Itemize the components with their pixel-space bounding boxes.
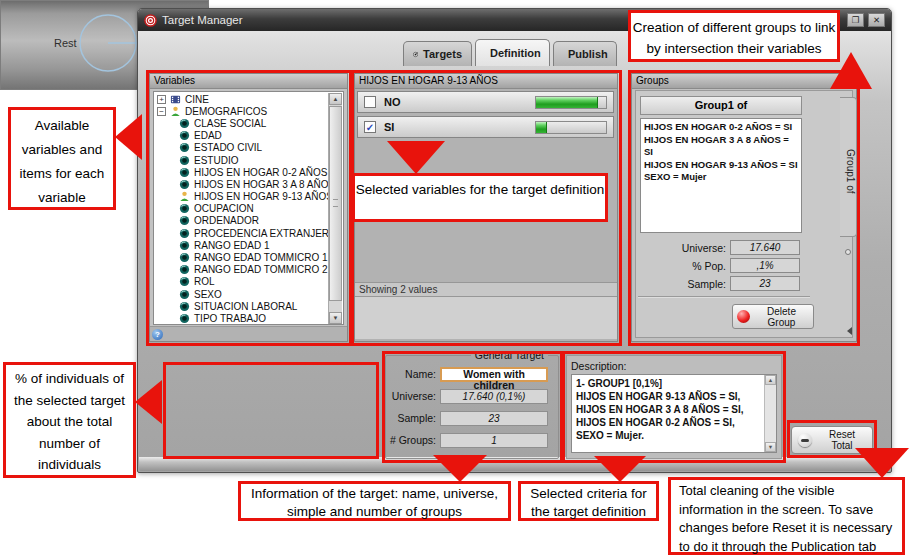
stat-value-field: 17.640 <box>730 240 800 255</box>
callout-target-info: Information of the target: name, univers… <box>238 481 511 521</box>
variable-icon <box>179 203 190 214</box>
tree-item-estado-civil[interactable]: ESTADO CIVIL <box>155 142 328 154</box>
checkbox-si[interactable]: ✓ <box>364 121 376 133</box>
general-target-row-sample: Sample:23 <box>386 410 560 426</box>
callout-variables: Available variables and items for each v… <box>8 107 116 210</box>
criteria-line: HIJOS EN HOGAR 3 A 8 AÑOS = SI <box>644 134 798 159</box>
stat-label: Universe: <box>636 242 730 254</box>
variables-footer: ? <box>150 326 347 341</box>
person-icon <box>179 191 190 202</box>
callout-selected-variables: Selected variables for the target defini… <box>352 173 608 222</box>
tree-item-rango-edad-tommicro-1[interactable]: RANGO EDAD TOMMICRO 1 <box>155 251 328 263</box>
tree-item-label: CINE <box>185 94 209 105</box>
reset-total-button[interactable]: Reset Total <box>791 426 873 454</box>
tree-item-clase-social[interactable]: CLASE SOCIAL <box>155 117 328 129</box>
values-empty-area <box>355 297 617 339</box>
criteria-line: SEXO = Mujer <box>644 171 798 184</box>
expand-toggle-icon[interactable]: + <box>157 95 166 104</box>
description-panel: Description: 1- GROUP1 [0,1%] HIJOS EN H… <box>566 355 782 459</box>
tree-item-label: RANGO EDAD TOMMICRO 1 <box>194 252 328 263</box>
tree-item-rol[interactable]: ROL <box>155 276 328 288</box>
delete-group-button[interactable]: Delete Group <box>732 304 814 329</box>
collapse-panel-icon[interactable] <box>847 327 852 335</box>
stat-label: Sample: <box>636 278 730 290</box>
tab-targets[interactable]: Targets <box>403 41 472 66</box>
maximize-button[interactable]: ❐ <box>847 13 864 27</box>
divider <box>638 296 810 298</box>
field-label: # Groups: <box>386 434 440 446</box>
tree-item-ocupacion[interactable]: OCUPACION <box>155 203 328 215</box>
tree-item-label: RANGO EDAD 1 <box>194 240 270 251</box>
tree-item-demograficos[interactable]: −DEMOGRAFICOS <box>155 105 328 117</box>
scroll-down-icon[interactable]: ▼ <box>765 442 776 452</box>
tab-publish[interactable]: Publish <box>553 41 617 66</box>
tree-item-sexo[interactable]: SEXO <box>155 288 328 300</box>
variable-icon <box>179 215 190 226</box>
group-header-button[interactable]: Group1 of <box>640 96 802 115</box>
scroll-down-icon[interactable]: ▼ <box>329 312 342 324</box>
help-icon[interactable]: ? <box>152 329 163 340</box>
groups-inner: Group1 of HIJOS EN HOGAR 0-2 AÑOS = SIHI… <box>635 90 853 338</box>
stat-label: % Pop. <box>636 260 730 272</box>
annotated-screenshot: Target Manager ❐ ✕ Targets Definition Pu… <box>0 0 911 557</box>
group-stat-sample: Sample:23 <box>636 276 812 291</box>
tree-item-rango-edad-1[interactable]: RANGO EDAD 1 <box>155 239 328 251</box>
tree-item-label: ESTADO CIVIL <box>194 142 262 153</box>
group-stat-pop: % Pop.,1% <box>636 258 812 273</box>
groups-panel: Groups Group1 of HIJOS EN HOGAR 0-2 AÑOS… <box>631 73 857 342</box>
variable-icon <box>179 313 190 324</box>
field-label: Sample: <box>386 412 440 424</box>
group-criteria-list[interactable]: HIJOS EN HOGAR 0-2 AÑOS = SIHIJOS EN HOG… <box>640 118 802 233</box>
value-label: SI <box>384 121 394 133</box>
tree-item-edad[interactable]: EDAD <box>155 130 328 142</box>
collapse-toggle-icon[interactable]: − <box>157 107 166 116</box>
tree-item-ordenador[interactable]: ORDENADOR <box>155 215 328 227</box>
variable-icon <box>179 276 190 287</box>
description-label: Description: <box>571 360 626 372</box>
variable-icon <box>179 118 190 129</box>
field-label: Universe: <box>386 390 440 402</box>
delete-icon <box>737 310 750 323</box>
tree-item-cine[interactable]: +CINE <box>155 93 328 105</box>
group-side-tab[interactable]: Group1 of <box>840 97 857 237</box>
field-label: Name: <box>386 368 440 380</box>
value-label: NO <box>384 96 401 108</box>
tree-item-tipo-trabajo[interactable]: TIPO TRABAJO <box>155 312 328 324</box>
person-icon <box>170 106 181 117</box>
checkbox-no[interactable] <box>364 96 376 108</box>
value-row-no[interactable]: NO <box>357 91 614 113</box>
general-target-row-universe: Universe:17.640 (0,1%) <box>386 388 560 404</box>
scroll-thumb[interactable] <box>329 106 342 301</box>
tree-item-hijos-en-hogar-9-13-a-os[interactable]: HIJOS EN HOGAR 9-13 AÑOS <box>155 191 328 203</box>
scroll-up-icon[interactable]: ▲ <box>765 375 776 385</box>
tree-scrollbar[interactable]: ▲ ▼ <box>328 93 342 324</box>
delete-group-label: Delete Group <box>754 306 809 328</box>
callout-criteria: Selected criteria for the target definit… <box>518 481 659 521</box>
tree-item-label: ESTUDIO <box>194 155 238 166</box>
callout-reset: Total cleaning of the visible informatio… <box>668 477 905 555</box>
scroll-up-icon[interactable]: ▲ <box>329 93 342 105</box>
name-input[interactable]: Women with children <box>440 367 548 382</box>
tab-label: Definition <box>490 47 541 59</box>
tree-item-rango-edad-tommicro-2[interactable]: RANGO EDAD TOMMICRO 2 <box>155 264 328 276</box>
tree-item-situacion-laboral[interactable]: SITUACION LABORAL <box>155 300 328 312</box>
description-text[interactable]: 1- GROUP1 [0,1%] HIJOS EN HOGAR 9-13 AÑO… <box>571 374 777 453</box>
variable-icon <box>179 130 190 141</box>
variable-icon <box>179 155 190 166</box>
tree-item-hijos-en-hogar-3-a-8-a-os[interactable]: HIJOS EN HOGAR 3 A 8 AÑOS <box>155 178 328 190</box>
pie-label-rest: Rest <box>54 37 77 49</box>
callout-pie: % of individuals of the selected target … <box>3 362 136 478</box>
value-row-si[interactable]: ✓SI <box>357 116 614 138</box>
variables-panel-title: Variables <box>150 74 347 89</box>
tree-item-hijos-en-hogar-0-2-a-os[interactable]: HIJOS EN HOGAR 0-2 AÑOS <box>155 166 328 178</box>
variable-icon <box>179 252 190 263</box>
variable-icon <box>179 179 190 190</box>
tree-item-label: CLASE SOCIAL <box>194 118 266 129</box>
tree-item-label: RANGO EDAD TOMMICRO 2 <box>194 264 328 275</box>
tree-item-estudio[interactable]: ESTUDIO <box>155 154 328 166</box>
tree-item-procedencia-extranjera[interactable]: PROCEDENCIA EXTRANJERA <box>155 227 328 239</box>
description-scrollbar[interactable]: ▲ ▼ <box>764 375 776 452</box>
tree-item-label: HIJOS EN HOGAR 9-13 AÑOS <box>194 191 333 202</box>
tab-definition[interactable]: Definition <box>475 39 550 66</box>
close-button[interactable]: ✕ <box>868 13 885 27</box>
